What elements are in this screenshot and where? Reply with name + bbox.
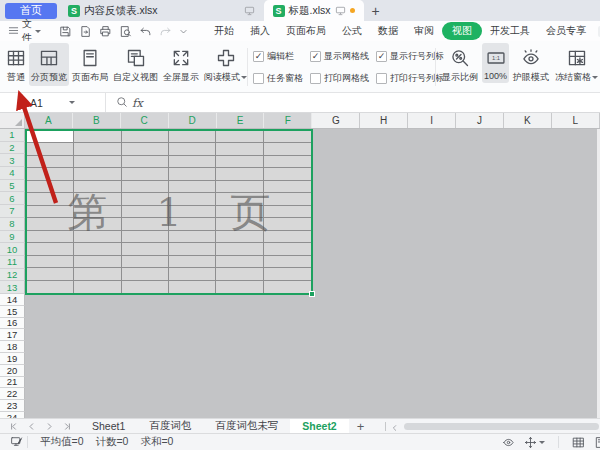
- grid-cell[interactable]: [27, 181, 74, 193]
- grid-cell[interactable]: [74, 131, 121, 143]
- grid-cell[interactable]: [122, 281, 169, 293]
- grid-cell[interactable]: [27, 268, 74, 280]
- column-header-F[interactable]: F: [264, 113, 312, 128]
- grid-view-icon[interactable]: [572, 436, 585, 449]
- cell-name-box[interactable]: A1: [0, 93, 106, 112]
- row-header-6[interactable]: 6: [0, 192, 25, 205]
- grid-cell[interactable]: [74, 206, 121, 218]
- grid-cell[interactable]: [122, 268, 169, 280]
- print-preview-icon[interactable]: [119, 25, 132, 38]
- prev-sheet-icon[interactable]: [27, 422, 36, 431]
- checkbox-编辑栏[interactable]: ✓编辑栏: [253, 50, 303, 63]
- unchecked-checkbox-icon[interactable]: [253, 73, 264, 84]
- grid-cell[interactable]: [216, 231, 263, 243]
- grid-cell[interactable]: [216, 181, 263, 193]
- grid-cell[interactable]: [264, 181, 311, 193]
- eye-protection-button[interactable]: 护眼模式: [511, 43, 551, 86]
- grid-cell[interactable]: [216, 268, 263, 280]
- grid-cell[interactable]: [74, 256, 121, 268]
- horizontal-scrollbar[interactable]: [385, 419, 600, 434]
- row-header-10[interactable]: 10: [0, 243, 25, 256]
- custom-views-button[interactable]: 自定义视图: [111, 43, 160, 86]
- grid-cell[interactable]: [74, 168, 121, 180]
- grid-cell[interactable]: [216, 243, 263, 255]
- fill-handle[interactable]: [309, 291, 315, 297]
- select-all-corner[interactable]: [0, 113, 25, 128]
- reading-mode-button[interactable]: 阅读模式: [202, 43, 249, 86]
- column-header-J[interactable]: J: [456, 113, 504, 128]
- horizontal-scrollbar-thumb[interactable]: [404, 423, 599, 430]
- grid-cell[interactable]: [122, 218, 169, 230]
- checkbox-打印行号列标[interactable]: 打印行号列标: [376, 72, 444, 85]
- grid-cell[interactable]: [216, 206, 263, 218]
- grid-cell[interactable]: [27, 156, 74, 168]
- grid-cell[interactable]: [74, 281, 121, 293]
- menu-item-4[interactable]: 公式: [334, 22, 370, 40]
- grid-cell[interactable]: [27, 231, 74, 243]
- page-layout-view-icon[interactable]: [594, 436, 600, 449]
- grid-cell[interactable]: [27, 168, 74, 180]
- grid-cell[interactable]: [122, 181, 169, 193]
- column-header-A[interactable]: A: [25, 113, 73, 128]
- checkbox-显示网格线[interactable]: ✓显示网格线: [310, 50, 369, 63]
- grid-cell[interactable]: [264, 143, 311, 155]
- grid-cell[interactable]: [74, 156, 121, 168]
- grid-cell[interactable]: [122, 243, 169, 255]
- row-header-16[interactable]: 16: [0, 318, 25, 330]
- grid-cell[interactable]: [264, 206, 311, 218]
- grid-cell[interactable]: [74, 143, 121, 155]
- menu-item-8[interactable]: 开发工具: [482, 22, 538, 40]
- full-screen-button[interactable]: 全屏显示: [161, 43, 201, 86]
- row-header-20[interactable]: 20: [0, 365, 25, 377]
- grid-cell[interactable]: [169, 281, 216, 293]
- grid-cell[interactable]: [122, 256, 169, 268]
- checkbox-打印网格线[interactable]: 打印网格线: [310, 72, 369, 85]
- document-tab[interactable]: S内容反馈表.xlsx: [59, 0, 264, 21]
- row-header-9[interactable]: 9: [0, 231, 25, 244]
- unchecked-checkbox-icon[interactable]: [310, 73, 321, 84]
- column-header-L[interactable]: L: [552, 113, 600, 128]
- menu-item-7[interactable]: 视图: [442, 22, 482, 40]
- grid-cell[interactable]: [27, 193, 74, 205]
- row-header-15[interactable]: 15: [0, 306, 25, 318]
- grid-cell[interactable]: [27, 281, 74, 293]
- column-header-G[interactable]: G: [312, 113, 360, 128]
- grid-cell[interactable]: [74, 231, 121, 243]
- sheet-grid[interactable]: 第 1 页 1234567891011121314151617181920212…: [0, 129, 600, 418]
- redo-icon[interactable]: [159, 25, 172, 38]
- column-header-E[interactable]: E: [217, 113, 265, 128]
- grid-cell[interactable]: [27, 218, 74, 230]
- grid-cell[interactable]: [74, 181, 121, 193]
- grid-cell[interactable]: [122, 156, 169, 168]
- grid-cell[interactable]: [122, 206, 169, 218]
- grid-cell[interactable]: [216, 218, 263, 230]
- normal-view-button[interactable]: 普通: [4, 43, 28, 86]
- grid-cell[interactable]: [169, 231, 216, 243]
- grid-cell[interactable]: [264, 243, 311, 255]
- zoom-scale-button[interactable]: 显示比例: [440, 43, 480, 86]
- grid-cell[interactable]: [216, 131, 263, 143]
- grid-cell[interactable]: [27, 256, 74, 268]
- grid-cell[interactable]: [216, 256, 263, 268]
- grid-cell[interactable]: [264, 131, 311, 143]
- grid-cell[interactable]: [216, 156, 263, 168]
- grid-cell[interactable]: [27, 243, 74, 255]
- column-header-H[interactable]: H: [360, 113, 408, 128]
- row-header-1[interactable]: 1: [0, 129, 25, 142]
- grid-cell[interactable]: [264, 281, 311, 293]
- export-icon[interactable]: [79, 25, 92, 38]
- formula-input[interactable]: [151, 93, 600, 112]
- move-icon[interactable]: [524, 436, 537, 449]
- column-header-B[interactable]: B: [73, 113, 121, 128]
- grid-cell[interactable]: [169, 181, 216, 193]
- grid-cell[interactable]: [122, 193, 169, 205]
- sheet-tab-Sheet2[interactable]: Sheet2: [290, 419, 348, 434]
- row-header-21[interactable]: 21: [0, 377, 25, 389]
- document-tab[interactable]: S标题.xlsx: [264, 0, 364, 21]
- sheet-tab-百度词包[interactable]: 百度词包: [137, 419, 203, 434]
- grid-cell[interactable]: [169, 156, 216, 168]
- row-header-5[interactable]: 5: [0, 180, 25, 193]
- grid-cell[interactable]: [216, 168, 263, 180]
- undo-icon[interactable]: [139, 25, 152, 38]
- grid-cell[interactable]: [264, 168, 311, 180]
